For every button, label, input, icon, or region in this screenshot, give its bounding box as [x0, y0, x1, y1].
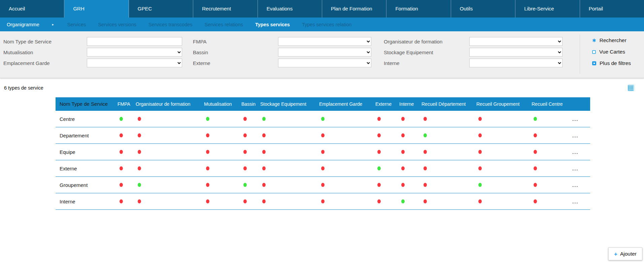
status-dot-red [377, 133, 381, 137]
table-header: Nom Type de ServiceFMPAOrganisateur de f… [56, 97, 590, 111]
flag-cell-recueil-departement [421, 183, 476, 187]
rechercher-button[interactable]: ✱Rechercher [592, 37, 631, 43]
top-navigation: AccueilGRHGPECRecrutementEvaluationsPlan… [0, 0, 644, 18]
flag-cell-recueil-groupement [476, 117, 532, 121]
flag-cell-stockage-equipement [260, 150, 319, 154]
nav-tab-grh[interactable]: GRH [64, 0, 129, 18]
table-body: Centre...Departement...Equipe...Externe.… [56, 111, 590, 210]
status-dot-red [120, 133, 123, 137]
nav-tab-accueil[interactable]: Accueil [0, 0, 64, 18]
flag-cell-mutualisation [204, 199, 241, 203]
results-header: 6 types de service [0, 85, 644, 91]
row-name: Centre [56, 116, 117, 122]
nav-tab-plan-de-formation[interactable]: Plan de Formation [322, 0, 386, 18]
flag-cell-emplacement-garde [319, 199, 375, 203]
flag-cell-recueil-centre [532, 183, 572, 187]
externe-select[interactable] [278, 59, 371, 67]
row-name: Equipe [56, 149, 117, 155]
flag-cell-recueil-centre [532, 166, 572, 170]
flag-cell-stockage-equipement [260, 166, 319, 170]
status-dot-green [478, 183, 482, 187]
flag-cell-stockage-equipement [260, 133, 319, 137]
vue-cartes-button[interactable]: Vue Cartes [592, 49, 631, 55]
flag-cell-fmpa [117, 133, 136, 137]
subnav-item-types-services[interactable]: Types services [255, 22, 290, 27]
table-row-departement[interactable]: Departement... [56, 127, 590, 144]
table-row-centre[interactable]: Centre... [56, 111, 590, 127]
row-actions-ellipsis[interactable]: ... [572, 133, 590, 138]
table-row-groupement[interactable]: Groupement... [56, 177, 590, 193]
interne-select[interactable] [469, 59, 563, 67]
flag-cell-bassin [241, 117, 260, 121]
flag-cell-recueil-groupement [476, 166, 532, 170]
row-actions-ellipsis[interactable]: ... [572, 199, 590, 204]
nav-tab-gpec[interactable]: GPEC [129, 0, 193, 18]
flag-cell-recueil-centre [532, 199, 572, 203]
fmpa-select[interactable] [278, 37, 371, 46]
plus-de-filtres-button[interactable]: Plus de filtres [592, 60, 631, 66]
status-dot-red [534, 166, 537, 170]
filter-label-bassin: Bassin [182, 50, 278, 55]
nom-type-de-service-input[interactable] [87, 37, 182, 46]
filter-label-externe: Externe [182, 60, 278, 66]
nav-tab-formation[interactable]: Formation [386, 0, 451, 18]
flag-cell-interne [399, 166, 421, 170]
status-dot-red [321, 166, 325, 170]
mutualisation-select[interactable] [87, 48, 182, 57]
add-button[interactable]: + Ajouter [608, 248, 642, 260]
flag-cell-recueil-departement [421, 133, 476, 137]
nav-tab-libre-service[interactable]: Libre-Service [515, 0, 580, 18]
grid-view-icon[interactable] [628, 85, 634, 91]
column-header-fmpa: FMPA [117, 97, 136, 111]
table-row-equipe[interactable]: Equipe... [56, 144, 590, 160]
filter-panel: Nom Type de ServiceFMPAOrganisateur de f… [0, 31, 644, 78]
flag-cell-fmpa [117, 150, 136, 154]
bassin-select[interactable] [278, 48, 371, 57]
table-row-externe[interactable]: Externe... [56, 160, 590, 177]
subnav-item-services[interactable]: Services [67, 22, 86, 27]
row-name: Groupement [56, 182, 117, 188]
vue-cartes-label: Vue Cartes [599, 49, 625, 55]
status-dot-red [478, 166, 482, 170]
organisateur-de-formation-select[interactable] [469, 37, 563, 46]
filter-control-fmpa [278, 37, 371, 46]
status-dot-red [401, 133, 405, 137]
subnav-item-services-transcodes[interactable]: Services transcodes [148, 22, 193, 27]
nav-tab-label: Accueil [9, 6, 25, 11]
flag-cell-emplacement-garde [319, 150, 375, 154]
status-dot-red [377, 183, 381, 187]
flag-cell-recueil-groupement [476, 183, 532, 187]
subnav-item-organigramme[interactable]: Organigramme [7, 22, 39, 27]
row-actions-ellipsis[interactable]: ... [572, 182, 590, 188]
column-header-actions [572, 97, 590, 111]
status-dot-red [321, 133, 325, 137]
nav-tab-portail[interactable]: Portail [580, 0, 644, 18]
flag-cell-interne [399, 183, 421, 187]
flag-cell-fmpa [117, 166, 136, 170]
status-dot-red [534, 133, 537, 137]
column-header-mutualisation: Mutualisation [204, 97, 241, 111]
stockage-equipement-select[interactable] [469, 48, 563, 57]
table-row-interne[interactable]: Interne... [56, 193, 590, 210]
subnav-item-services-relations[interactable]: Services relations [205, 22, 243, 27]
row-actions-ellipsis[interactable]: ... [572, 149, 590, 155]
row-actions-ellipsis[interactable]: ... [572, 166, 590, 171]
flag-cell-mutualisation [204, 183, 241, 187]
flag-cell-organisateur-de-formation [136, 183, 204, 187]
nav-tab-label: GPEC [138, 6, 152, 11]
status-dot-red [262, 133, 266, 137]
status-dot-red [138, 150, 141, 154]
subnav-item-services-versions[interactable]: Services versions [98, 22, 136, 27]
nav-tab-evaluations[interactable]: Evaluations [258, 0, 322, 18]
status-dot-red [138, 166, 141, 170]
subnav-item-types-services-relation[interactable]: Types services relation [302, 22, 351, 27]
status-dot-red [478, 150, 482, 154]
status-dot-red [120, 183, 123, 187]
nav-tab-outils[interactable]: Outils [451, 0, 515, 18]
emplacement-garde-select[interactable] [87, 59, 182, 67]
row-actions-ellipsis[interactable]: ... [572, 116, 590, 122]
flag-cell-recueil-groupement [476, 199, 532, 203]
filter-label-organisateur-de-formation: Organisateur de formation [371, 39, 469, 44]
status-dot-red [478, 133, 482, 137]
nav-tab-recrutement[interactable]: Recrutement [193, 0, 258, 18]
